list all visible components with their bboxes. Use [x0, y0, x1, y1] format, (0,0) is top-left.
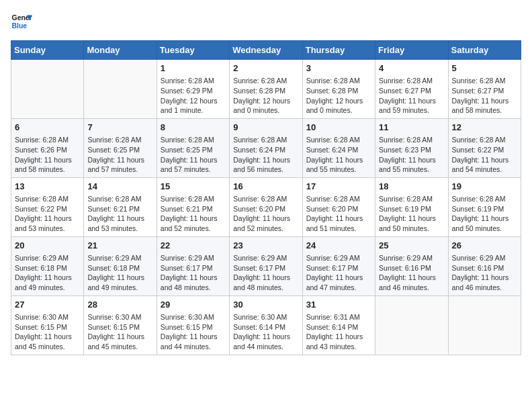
calendar-cell: 25Sunrise: 6:29 AM Sunset: 6:16 PM Dayli…: [375, 236, 448, 295]
calendar-table: SundayMondayTuesdayWednesdayThursdayFrid…: [11, 40, 521, 355]
day-info: Sunrise: 6:30 AM Sunset: 6:15 PM Dayligh…: [87, 312, 152, 352]
day-info: Sunrise: 6:29 AM Sunset: 6:16 PM Dayligh…: [379, 253, 444, 293]
calendar-cell: 21Sunrise: 6:29 AM Sunset: 6:18 PM Dayli…: [84, 236, 157, 295]
day-info: Sunrise: 6:29 AM Sunset: 6:17 PM Dayligh…: [306, 253, 371, 293]
day-number: 21: [87, 240, 152, 252]
day-info: Sunrise: 6:28 AM Sunset: 6:19 PM Dayligh…: [379, 194, 444, 234]
calendar-cell: 16Sunrise: 6:28 AM Sunset: 6:20 PM Dayli…: [230, 177, 302, 236]
day-info: Sunrise: 6:28 AM Sunset: 6:29 PM Dayligh…: [161, 76, 226, 116]
day-number: 2: [233, 62, 298, 75]
calendar-cell: 2Sunrise: 6:28 AM Sunset: 6:28 PM Daylig…: [230, 60, 302, 119]
calendar-cell: 11Sunrise: 6:28 AM Sunset: 6:23 PM Dayli…: [375, 118, 448, 177]
day-number: 10: [306, 122, 371, 134]
calendar-cell: 14Sunrise: 6:28 AM Sunset: 6:21 PM Dayli…: [84, 177, 157, 236]
day-info: Sunrise: 6:29 AM Sunset: 6:17 PM Dayligh…: [161, 253, 226, 293]
calendar-cell: 4Sunrise: 6:28 AM Sunset: 6:27 PM Daylig…: [375, 60, 448, 119]
day-number: 25: [379, 240, 444, 252]
calendar-cell: 20Sunrise: 6:29 AM Sunset: 6:18 PM Dayli…: [11, 236, 84, 295]
calendar-cell: 10Sunrise: 6:28 AM Sunset: 6:24 PM Dayli…: [302, 118, 375, 177]
day-number: 23: [233, 240, 298, 252]
calendar-cell: 22Sunrise: 6:29 AM Sunset: 6:17 PM Dayli…: [157, 236, 229, 295]
calendar-cell: 19Sunrise: 6:28 AM Sunset: 6:19 PM Dayli…: [448, 177, 521, 236]
day-info: Sunrise: 6:30 AM Sunset: 6:15 PM Dayligh…: [15, 312, 80, 352]
calendar-cell: 18Sunrise: 6:28 AM Sunset: 6:19 PM Dayli…: [375, 177, 448, 236]
day-number: 15: [161, 181, 226, 193]
calendar-cell: 15Sunrise: 6:28 AM Sunset: 6:21 PM Dayli…: [157, 177, 229, 236]
day-info: Sunrise: 6:28 AM Sunset: 6:19 PM Dayligh…: [452, 194, 517, 234]
logo-icon: General Blue: [11, 11, 32, 32]
day-number: 13: [15, 181, 80, 193]
svg-text:Blue: Blue: [12, 22, 28, 30]
calendar-cell: 7Sunrise: 6:28 AM Sunset: 6:25 PM Daylig…: [84, 118, 157, 177]
calendar-cell: 6Sunrise: 6:28 AM Sunset: 6:26 PM Daylig…: [11, 118, 84, 177]
calendar-cell: [375, 295, 448, 355]
day-info: Sunrise: 6:28 AM Sunset: 6:27 PM Dayligh…: [452, 76, 517, 116]
day-number: 1: [161, 62, 226, 75]
calendar-cell: [11, 60, 84, 119]
day-info: Sunrise: 6:28 AM Sunset: 6:25 PM Dayligh…: [87, 135, 152, 175]
day-info: Sunrise: 6:28 AM Sunset: 6:21 PM Dayligh…: [161, 194, 226, 234]
calendar-cell: 5Sunrise: 6:28 AM Sunset: 6:27 PM Daylig…: [448, 60, 521, 119]
day-number: 8: [161, 122, 226, 134]
day-number: 28: [87, 299, 152, 311]
day-number: 31: [306, 299, 371, 311]
day-number: 12: [452, 122, 517, 134]
calendar-week-row: 20Sunrise: 6:29 AM Sunset: 6:18 PM Dayli…: [11, 236, 521, 295]
calendar-cell: 26Sunrise: 6:29 AM Sunset: 6:16 PM Dayli…: [448, 236, 521, 295]
day-info: Sunrise: 6:28 AM Sunset: 6:24 PM Dayligh…: [233, 135, 298, 175]
day-number: 14: [87, 181, 152, 193]
calendar-cell: 1Sunrise: 6:28 AM Sunset: 6:29 PM Daylig…: [157, 60, 229, 119]
calendar-week-row: 27Sunrise: 6:30 AM Sunset: 6:15 PM Dayli…: [11, 295, 521, 355]
day-number: 22: [161, 240, 226, 252]
day-info: Sunrise: 6:28 AM Sunset: 6:22 PM Dayligh…: [452, 135, 517, 175]
calendar-cell: 12Sunrise: 6:28 AM Sunset: 6:22 PM Dayli…: [448, 118, 521, 177]
day-info: Sunrise: 6:28 AM Sunset: 6:28 PM Dayligh…: [306, 76, 371, 116]
day-number: 11: [379, 122, 444, 134]
weekday-header: Saturday: [448, 41, 521, 60]
day-number: 30: [233, 299, 298, 311]
calendar-cell: 28Sunrise: 6:30 AM Sunset: 6:15 PM Dayli…: [84, 295, 157, 355]
calendar-cell: 8Sunrise: 6:28 AM Sunset: 6:25 PM Daylig…: [157, 118, 229, 177]
page-header: General Blue: [11, 11, 521, 32]
day-number: 4: [379, 62, 444, 75]
day-info: Sunrise: 6:28 AM Sunset: 6:21 PM Dayligh…: [87, 194, 152, 234]
day-number: 18: [379, 181, 444, 193]
day-number: 7: [87, 122, 152, 134]
calendar-cell: 30Sunrise: 6:30 AM Sunset: 6:14 PM Dayli…: [230, 295, 302, 355]
day-info: Sunrise: 6:28 AM Sunset: 6:28 PM Dayligh…: [233, 76, 298, 116]
day-number: 16: [233, 181, 298, 193]
day-info: Sunrise: 6:29 AM Sunset: 6:18 PM Dayligh…: [15, 253, 80, 293]
day-info: Sunrise: 6:29 AM Sunset: 6:17 PM Dayligh…: [233, 253, 298, 293]
day-number: 27: [15, 299, 80, 311]
weekday-header: Thursday: [302, 41, 375, 60]
day-info: Sunrise: 6:31 AM Sunset: 6:14 PM Dayligh…: [306, 312, 371, 352]
day-info: Sunrise: 6:29 AM Sunset: 6:18 PM Dayligh…: [87, 253, 152, 293]
day-info: Sunrise: 6:30 AM Sunset: 6:15 PM Dayligh…: [161, 312, 226, 352]
weekday-header: Monday: [84, 41, 157, 60]
weekday-header: Friday: [375, 41, 448, 60]
day-number: 20: [15, 240, 80, 252]
day-number: 5: [452, 62, 517, 75]
calendar-cell: [84, 60, 157, 119]
day-info: Sunrise: 6:28 AM Sunset: 6:23 PM Dayligh…: [379, 135, 444, 175]
day-info: Sunrise: 6:28 AM Sunset: 6:27 PM Dayligh…: [379, 76, 444, 116]
logo: General Blue: [11, 11, 35, 32]
day-info: Sunrise: 6:28 AM Sunset: 6:22 PM Dayligh…: [15, 194, 80, 234]
day-info: Sunrise: 6:28 AM Sunset: 6:20 PM Dayligh…: [306, 194, 371, 234]
day-number: 19: [452, 181, 517, 193]
calendar-cell: 27Sunrise: 6:30 AM Sunset: 6:15 PM Dayli…: [11, 295, 84, 355]
day-number: 26: [452, 240, 517, 252]
calendar-cell: 31Sunrise: 6:31 AM Sunset: 6:14 PM Dayli…: [302, 295, 375, 355]
calendar-cell: 3Sunrise: 6:28 AM Sunset: 6:28 PM Daylig…: [302, 60, 375, 119]
day-number: 9: [233, 122, 298, 134]
calendar-week-row: 13Sunrise: 6:28 AM Sunset: 6:22 PM Dayli…: [11, 177, 521, 236]
day-info: Sunrise: 6:30 AM Sunset: 6:14 PM Dayligh…: [233, 312, 298, 352]
weekday-header: Wednesday: [230, 41, 302, 60]
calendar-cell: 9Sunrise: 6:28 AM Sunset: 6:24 PM Daylig…: [230, 118, 302, 177]
day-info: Sunrise: 6:28 AM Sunset: 6:20 PM Dayligh…: [233, 194, 298, 234]
calendar-cell: 13Sunrise: 6:28 AM Sunset: 6:22 PM Dayli…: [11, 177, 84, 236]
day-number: 24: [306, 240, 371, 252]
calendar-cell: 23Sunrise: 6:29 AM Sunset: 6:17 PM Dayli…: [230, 236, 302, 295]
day-number: 3: [306, 62, 371, 75]
day-info: Sunrise: 6:29 AM Sunset: 6:16 PM Dayligh…: [452, 253, 517, 293]
